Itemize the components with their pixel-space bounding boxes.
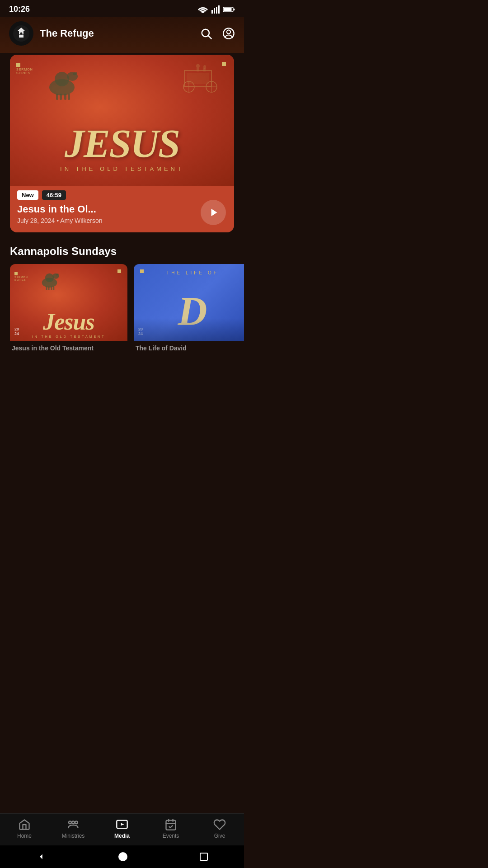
hero-ot-text: IN THE OLD TESTAMENT [10, 165, 234, 172]
svg-rect-37 [48, 287, 50, 290]
svg-rect-36 [46, 287, 47, 290]
top-nav: The Refuge [0, 17, 244, 53]
hero-jesus-text: JESUS [10, 124, 234, 164]
thumb-dot-1 [117, 269, 121, 273]
svg-rect-18 [68, 94, 70, 100]
profile-button[interactable] [222, 27, 235, 40]
thumb-sermon-label-1: SERMONSERIES [14, 276, 28, 281]
app-title: The Refuge [40, 28, 94, 39]
thumb-sermon-badge-1: SERMONSERIES [14, 272, 28, 281]
badge-time: 46:59 [42, 190, 66, 200]
series-card-jesus-ot[interactable]: SERMONSERIES [10, 264, 127, 354]
main-content: SERMONSERIES [0, 55, 244, 417]
svg-point-12 [227, 30, 230, 33]
hero-bottom: New 46:59 Jesus in the Ol... July 28, 20… [10, 186, 234, 232]
svg-rect-3 [218, 5, 220, 14]
search-icon [200, 27, 212, 40]
svg-rect-17 [64, 94, 66, 100]
series-row: SERMONSERIES [0, 264, 244, 363]
svg-rect-16 [60, 94, 62, 100]
play-icon [209, 208, 219, 217]
profile-icon [222, 27, 235, 40]
badge-new: New [17, 190, 38, 200]
hero-badges: New 46:59 [17, 190, 227, 200]
app-logo-icon [13, 25, 30, 42]
svg-point-8 [20, 33, 23, 35]
nav-left: The Refuge [9, 21, 94, 46]
hero-art-text: JESUS IN THE OLD TESTAMENT [10, 124, 234, 172]
hero-card[interactable]: SERMONSERIES [10, 55, 234, 232]
svg-point-14 [55, 72, 69, 86]
hero-meta: July 28, 2024 • Amy Wilkerson [17, 217, 227, 224]
svg-rect-32 [203, 68, 206, 71]
wagon-illustration [175, 61, 225, 99]
svg-marker-33 [211, 209, 217, 217]
svg-rect-38 [51, 287, 52, 290]
wifi-icon [198, 6, 208, 13]
hero-title: Jesus in the Ol... [17, 203, 227, 215]
status-icons [198, 5, 235, 14]
thumb-life-text: THE LIFE OF [134, 270, 244, 275]
svg-rect-39 [53, 287, 54, 290]
thumb-ot-text: IN THE OLD TESTAMENT [10, 335, 127, 338]
status-bar: 10:26 [0, 0, 244, 17]
signal-icon [211, 5, 220, 14]
sermon-series-dot [16, 63, 20, 67]
svg-rect-15 [56, 94, 58, 100]
svg-rect-0 [211, 10, 213, 14]
svg-rect-6 [224, 8, 232, 11]
battery-icon [223, 6, 235, 13]
thumb-jesus-text: Jesus [10, 310, 127, 334]
thumb-sermon-dot-1 [14, 272, 18, 275]
top-right-dot [222, 62, 226, 66]
status-time: 10:26 [9, 5, 30, 14]
series-label-1: Jesus in the Old Testament [10, 341, 127, 354]
app-logo[interactable] [9, 21, 33, 46]
series-thumb-jesus: SERMONSERIES [10, 264, 127, 341]
svg-point-35 [45, 274, 54, 282]
hero-artwork: SERMONSERIES [10, 55, 234, 186]
lamb-illustration [42, 64, 82, 102]
series-label-2: The Life of David [134, 341, 244, 354]
thumb-lamb-1 [37, 269, 62, 292]
svg-rect-30 [197, 68, 199, 71]
series-thumb-david: THE LIFE OF D 2024 [134, 264, 244, 341]
svg-rect-22 [187, 73, 209, 84]
svg-rect-5 [234, 9, 235, 10]
sermon-series-badge: SERMONSERIES [16, 63, 33, 75]
svg-rect-2 [216, 7, 217, 14]
thumb-gradient-2 [134, 318, 244, 341]
svg-point-31 [203, 65, 206, 69]
search-button[interactable] [200, 27, 212, 40]
series-card-david[interactable]: THE LIFE OF D 2024 The Life of David [134, 264, 244, 354]
kannapolis-sundays-heading: Kannapolis Sundays [0, 241, 244, 264]
nav-right [200, 27, 235, 40]
svg-rect-1 [214, 8, 215, 14]
sermon-series-label: SERMONSERIES [16, 68, 33, 75]
play-button[interactable] [201, 200, 226, 225]
svg-point-29 [196, 64, 200, 68]
svg-line-10 [208, 36, 211, 38]
